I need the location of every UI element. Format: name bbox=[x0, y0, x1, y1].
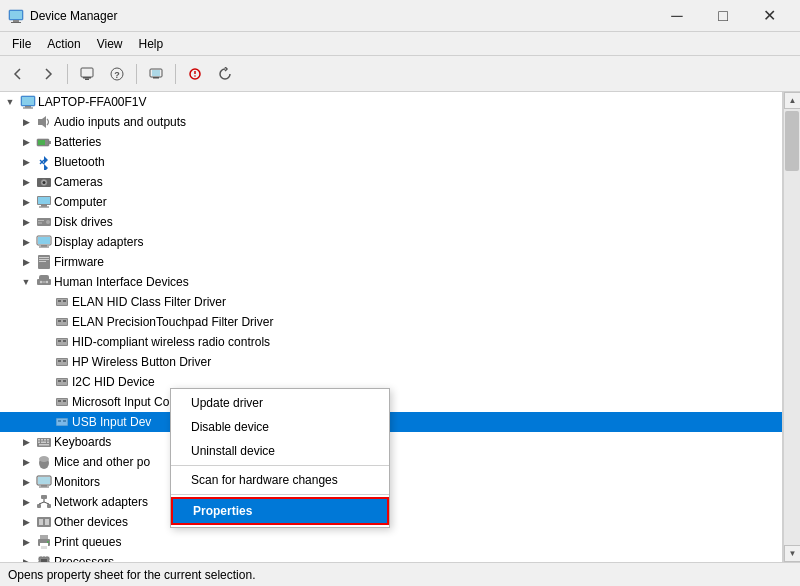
audio-expand[interactable]: ▶ bbox=[18, 114, 34, 130]
display-expand[interactable]: ▶ bbox=[18, 234, 34, 250]
hid-label: Human Interface Devices bbox=[54, 275, 189, 289]
network-icon bbox=[36, 494, 52, 510]
toolbar-separator-3 bbox=[175, 64, 176, 84]
elan-hid-label: ELAN HID Class Filter Driver bbox=[72, 295, 226, 309]
menu-view[interactable]: View bbox=[89, 35, 131, 53]
help-button[interactable]: ? bbox=[103, 60, 131, 88]
tree-item-hid[interactable]: ▼ Human Interface Devices bbox=[0, 272, 782, 292]
audio-icon bbox=[36, 114, 52, 130]
batteries-expand[interactable]: ▶ bbox=[18, 134, 34, 150]
tree-item-disk[interactable]: ▶ Disk drives bbox=[0, 212, 782, 232]
ctx-uninstall[interactable]: Uninstall device bbox=[171, 439, 389, 463]
svg-rect-4 bbox=[81, 68, 93, 77]
tree-item-hp-wireless[interactable]: HP Wireless Button Driver bbox=[0, 352, 782, 372]
mice-expand[interactable]: ▶ bbox=[18, 454, 34, 470]
svg-rect-2 bbox=[13, 20, 19, 22]
computer-icon bbox=[36, 194, 52, 210]
svg-rect-89 bbox=[41, 485, 47, 487]
tree-item-hid-wireless[interactable]: HID-compliant wireless radio controls bbox=[0, 332, 782, 352]
root-expand[interactable]: ▼ bbox=[2, 94, 18, 110]
scroll-down[interactable]: ▼ bbox=[784, 545, 800, 562]
tree-item-batteries[interactable]: ▶ Batteries bbox=[0, 132, 782, 152]
tree-panel[interactable]: ▼ LAPTOP-FFA00F1V ▶ Audio bbox=[0, 92, 783, 562]
tree-item-network[interactable]: ▶ Network adapters bbox=[0, 492, 782, 512]
tree-item-ms-input[interactable]: Microsoft Input Configuration Device bbox=[0, 392, 782, 412]
cameras-expand[interactable]: ▶ bbox=[18, 174, 34, 190]
svg-rect-98 bbox=[39, 519, 43, 525]
scroll-track[interactable] bbox=[784, 109, 800, 545]
menu-file[interactable]: File bbox=[4, 35, 39, 53]
close-button[interactable]: ✕ bbox=[746, 0, 792, 32]
minimize-button[interactable]: ─ bbox=[654, 0, 700, 32]
other-label: Other devices bbox=[54, 515, 128, 529]
tree-item-usb-input[interactable]: USB Input Dev bbox=[0, 412, 782, 432]
keyboards-label: Keyboards bbox=[54, 435, 111, 449]
tree-item-cameras[interactable]: ▶ Cameras bbox=[0, 172, 782, 192]
back-button[interactable] bbox=[4, 60, 32, 88]
firmware-expand[interactable]: ▶ bbox=[18, 254, 34, 270]
tree-item-print[interactable]: ▶ Print queues bbox=[0, 532, 782, 552]
display-label: Display adapters bbox=[54, 235, 143, 249]
refresh-button[interactable] bbox=[211, 60, 239, 88]
keyboards-expand[interactable]: ▶ bbox=[18, 434, 34, 450]
disk-expand[interactable]: ▶ bbox=[18, 214, 34, 230]
tree-item-display[interactable]: ▶ Display adapters bbox=[0, 232, 782, 252]
tree-item-other[interactable]: ▶ Other devices bbox=[0, 512, 782, 532]
ctx-scan[interactable]: Scan for hardware changes bbox=[171, 468, 389, 492]
svg-rect-41 bbox=[39, 261, 46, 262]
other-expand[interactable]: ▶ bbox=[18, 514, 34, 530]
menu-help[interactable]: Help bbox=[131, 35, 172, 53]
maximize-button[interactable]: □ bbox=[700, 0, 746, 32]
properties-button[interactable] bbox=[73, 60, 101, 88]
tree-item-mice[interactable]: ▶ Mice and other po bbox=[0, 452, 782, 472]
menu-action[interactable]: Action bbox=[39, 35, 88, 53]
tree-item-bluetooth[interactable]: ▶ Bluetooth bbox=[0, 152, 782, 172]
svg-rect-102 bbox=[40, 543, 48, 546]
ctx-disable[interactable]: Disable device bbox=[171, 415, 389, 439]
title-bar: Device Manager ─ □ ✕ bbox=[0, 0, 800, 32]
tree-item-i2c[interactable]: I2C HID Device bbox=[0, 372, 782, 392]
print-expand[interactable]: ▶ bbox=[18, 534, 34, 550]
mice-label: Mice and other po bbox=[54, 455, 150, 469]
svg-text:?: ? bbox=[114, 70, 120, 80]
network-expand[interactable]: ▶ bbox=[18, 494, 34, 510]
svg-rect-54 bbox=[63, 320, 66, 322]
monitors-label: Monitors bbox=[54, 475, 100, 489]
svg-rect-101 bbox=[40, 535, 48, 539]
monitors-expand[interactable]: ▶ bbox=[18, 474, 34, 490]
bluetooth-expand[interactable]: ▶ bbox=[18, 154, 34, 170]
svg-rect-37 bbox=[39, 247, 49, 248]
vertical-scrollbar[interactable]: ▲ ▼ bbox=[783, 92, 800, 562]
tree-item-keyboards[interactable]: ▶ Keyboards bbox=[0, 432, 782, 452]
svg-point-86 bbox=[39, 456, 49, 462]
svg-rect-82 bbox=[47, 442, 49, 444]
svg-rect-77 bbox=[41, 439, 43, 441]
tree-item-elan-touch[interactable]: ELAN PrecisionTouchpad Filter Driver bbox=[0, 312, 782, 332]
forward-button[interactable] bbox=[34, 60, 62, 88]
processors-expand[interactable]: ▶ bbox=[18, 554, 34, 562]
tree-item-elan-hid[interactable]: ELAN HID Class Filter Driver bbox=[0, 292, 782, 312]
svg-rect-74 bbox=[63, 420, 66, 422]
tree-item-firmware[interactable]: ▶ Firmware bbox=[0, 252, 782, 272]
svg-rect-81 bbox=[41, 442, 46, 444]
tree-item-processors[interactable]: ▶ Proces bbox=[0, 552, 782, 562]
context-menu-separator bbox=[171, 465, 389, 466]
processors-icon bbox=[36, 554, 52, 562]
ctx-properties[interactable]: Properties bbox=[171, 497, 389, 525]
svg-rect-92 bbox=[37, 504, 41, 508]
root-icon bbox=[20, 94, 36, 110]
svg-rect-1 bbox=[10, 11, 22, 19]
bluetooth-icon bbox=[36, 154, 52, 170]
tree-item-monitors[interactable]: ▶ Monitors bbox=[0, 472, 782, 492]
scroll-up[interactable]: ▲ bbox=[784, 92, 800, 109]
device-manager-button[interactable] bbox=[142, 60, 170, 88]
tree-root[interactable]: ▼ LAPTOP-FFA00F1V bbox=[0, 92, 782, 112]
ctx-update[interactable]: Update driver bbox=[171, 391, 389, 415]
computer-expand[interactable]: ▶ bbox=[18, 194, 34, 210]
hid-expand[interactable]: ▼ bbox=[18, 274, 34, 290]
tree-item-computer[interactable]: ▶ Computer bbox=[0, 192, 782, 212]
scan-button[interactable] bbox=[181, 60, 209, 88]
scroll-thumb[interactable] bbox=[785, 111, 799, 171]
svg-rect-66 bbox=[63, 380, 66, 382]
tree-item-audio[interactable]: ▶ Audio inputs and outputs bbox=[0, 112, 782, 132]
